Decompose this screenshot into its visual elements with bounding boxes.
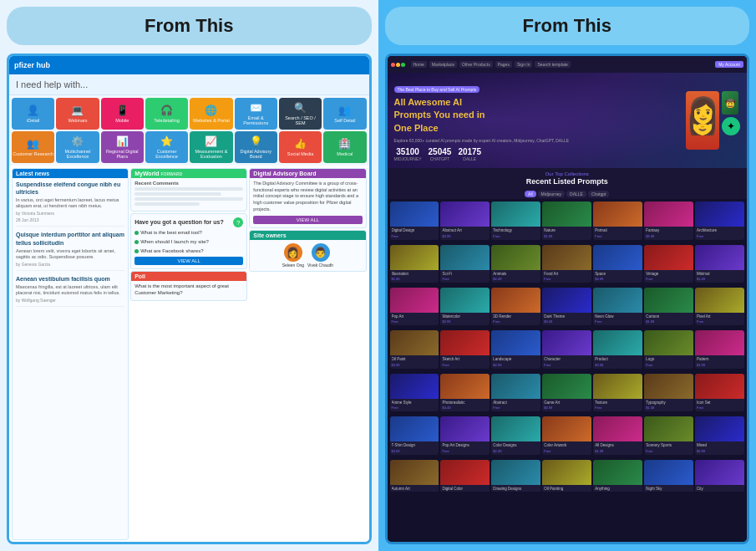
- prompt-card[interactable]: T-Shirt Design $3.99: [390, 416, 439, 454]
- prompt-card[interactable]: Pop Art Designs Free: [440, 416, 490, 454]
- prompt-thumbnail: [440, 245, 490, 270]
- prompt-price: Free: [646, 277, 692, 281]
- prompt-card[interactable]: Architecture Free: [695, 202, 744, 239]
- my-account-btn[interactable]: My Account: [715, 61, 743, 68]
- prompt-card[interactable]: Pop Art Free: [390, 288, 439, 325]
- prompt-card[interactable]: Texture Free: [593, 374, 642, 411]
- prompt-name: City: [697, 487, 743, 491]
- prompt-card[interactable]: Autumn Art Free: [390, 460, 439, 492]
- prompt-thumbnail: [491, 202, 540, 227]
- prompt-card[interactable]: Pattern $1.99: [695, 330, 744, 368]
- prompt-card[interactable]: Fantasy $3.99: [644, 202, 693, 239]
- prompt-name: Sketch Art: [442, 357, 488, 361]
- search-bar-area: I need help with...: [9, 74, 369, 95]
- nav-link[interactable]: Search template: [535, 61, 570, 68]
- prompt-card[interactable]: Animals $2.49: [491, 245, 540, 283]
- news-meta-1: by Victoria Summers: [16, 211, 124, 216]
- prompt-card[interactable]: Icon Set Free: [695, 374, 744, 411]
- prompt-name: Space: [595, 272, 641, 276]
- prompt-card[interactable]: Abstract Free: [491, 374, 540, 411]
- prompt-card[interactable]: Space $4.99: [593, 245, 642, 283]
- icon-tile[interactable]: 📱Mobile: [101, 98, 144, 130]
- nav-link[interactable]: Pages: [495, 61, 512, 68]
- icon-tile[interactable]: 👤iDetail: [12, 98, 54, 130]
- prompt-thumbnail: [695, 416, 744, 441]
- prompt-card[interactable]: Anything Free: [593, 460, 642, 492]
- prompt-card[interactable]: Dark Theme $3.49: [542, 288, 591, 325]
- prompt-card[interactable]: Sketch Art Free: [440, 330, 490, 368]
- prompt-name: 3D Render: [493, 314, 539, 319]
- icon-tile[interactable]: 🔍Search / SEO / SEM: [279, 98, 322, 130]
- prompt-thumbnail: [542, 460, 591, 485]
- icon-tile[interactable]: 🎧Teledetailing: [145, 98, 188, 130]
- prompt-card[interactable]: Landscape $2.99: [491, 330, 540, 368]
- prompt-card[interactable]: Minimal $1.49: [695, 245, 744, 283]
- nav-link[interactable]: Marketplace: [429, 61, 457, 68]
- prompt-card[interactable]: Mixed $2.99: [695, 416, 744, 454]
- prompt-info: Color Artwork Free: [542, 441, 591, 454]
- nav-link[interactable]: Sign In: [515, 61, 533, 68]
- prompt-card[interactable]: Color Designs $2.49: [491, 416, 540, 454]
- prompt-card[interactable]: Game Art $2.99: [542, 374, 591, 411]
- icon-tile[interactable]: 👥Customer Research: [12, 131, 54, 163]
- prompt-card[interactable]: Nature $1.99: [542, 202, 591, 239]
- icon-tile[interactable]: ✉️Email & Permissions: [235, 98, 277, 130]
- icon-tile[interactable]: 🏥Medical: [323, 131, 366, 163]
- prompt-card[interactable]: Portrait Free: [593, 202, 642, 239]
- filter-tab[interactable]: Midjourney: [538, 191, 565, 197]
- faq-view-all[interactable]: VIEW ALL: [134, 257, 243, 265]
- prompt-card[interactable]: Photorealistic $4.49: [440, 374, 490, 411]
- icon-tile[interactable]: ⭐Customer Excellence: [145, 131, 188, 163]
- filter-tab[interactable]: All: [525, 191, 536, 197]
- icon-tile[interactable]: 📈Measurement & Evaluation: [190, 131, 232, 163]
- search-prompt: I need help with...: [16, 79, 88, 89]
- filter-tab[interactable]: Chatgpt: [588, 191, 610, 197]
- prompt-name: Fantasy: [646, 228, 692, 232]
- prompt-card[interactable]: Typography $1.49: [644, 374, 693, 411]
- icon-tile[interactable]: 👥Self Detail: [323, 98, 366, 130]
- icon-tile[interactable]: 💡Digital Advisory Board: [235, 131, 277, 163]
- prompt-card[interactable]: Pixel Art Free: [695, 288, 744, 325]
- prompt-card[interactable]: Sci-Fi Free: [440, 245, 490, 283]
- prompt-card[interactable]: Technology Free: [491, 202, 540, 239]
- advisory-view-all[interactable]: VIEW ALL: [253, 216, 362, 224]
- myworld-line-2: [134, 192, 221, 196]
- prompt-card[interactable]: Product $3.99: [593, 330, 642, 368]
- prompt-card[interactable]: Cartoon $1.99: [644, 288, 693, 325]
- news-meta-3: by Wolfgang Saenger: [16, 298, 124, 303]
- prompt-card[interactable]: 3D Render Free: [491, 288, 540, 325]
- prompt-card[interactable]: Oil Paint $5.99: [390, 330, 439, 368]
- prompt-thumbnail: [491, 288, 540, 313]
- nav-link[interactable]: Home: [411, 61, 427, 68]
- prompt-card[interactable]: City Free: [695, 460, 744, 492]
- prompt-card[interactable]: Food Art Free: [542, 245, 591, 283]
- prompt-card[interactable]: Neon Glow Free: [593, 288, 642, 325]
- stat-1-label: MIDJOURNEY: [394, 156, 422, 161]
- prompt-card[interactable]: Illustration $1.99: [390, 245, 439, 283]
- prompt-thumbnail: [593, 460, 642, 485]
- prompt-card[interactable]: Anime Style Free: [390, 374, 439, 411]
- prompt-card[interactable]: Watercolor $2.99: [440, 288, 490, 325]
- prompt-card[interactable]: Scenery Sports Free: [644, 416, 693, 454]
- icon-tile[interactable]: 🌐Websites & Portal: [190, 98, 232, 130]
- prompt-card[interactable]: Digital Design Free: [390, 202, 439, 239]
- icon-tile[interactable]: 💻Webinars: [56, 98, 99, 130]
- icon-tile[interactable]: 👍Social Media: [279, 131, 322, 163]
- icon-tile[interactable]: ⚙️Multichannel Excellence: [56, 131, 99, 163]
- prompt-card[interactable]: Drawing Designs Free: [491, 460, 540, 492]
- prompt-card[interactable]: Logo Free: [644, 330, 693, 368]
- prompt-card[interactable]: All Designs $1.99: [593, 416, 642, 454]
- filter-tab[interactable]: DALLE: [566, 191, 586, 197]
- prompt-card[interactable]: Digital Color $3.49: [440, 460, 490, 492]
- prompt-card[interactable]: Abstract Art $2.99: [440, 202, 490, 239]
- prompt-name: Pop Art: [392, 314, 438, 319]
- icon-tile[interactable]: 📊Regional Digital Plans: [101, 131, 144, 163]
- nav-link[interactable]: Other Products: [459, 61, 493, 68]
- prompt-card[interactable]: Color Artwork Free: [542, 416, 591, 454]
- prompt-name: Icon Set: [697, 400, 743, 405]
- prompt-card[interactable]: Vintage Free: [644, 245, 693, 283]
- prompt-card[interactable]: Character Free: [542, 330, 591, 368]
- prompt-card[interactable]: Night Sky $4.99: [644, 460, 693, 492]
- prompt-card[interactable]: Oil Painting $2.99: [542, 460, 591, 492]
- prompt-price: Free: [544, 277, 590, 281]
